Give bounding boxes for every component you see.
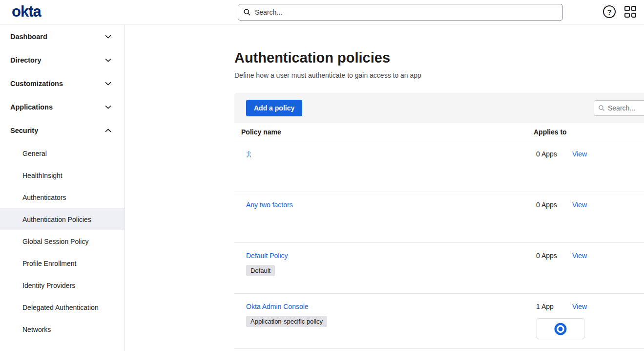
policies-search[interactable]	[594, 100, 644, 116]
sidebar-item-general[interactable]: General	[0, 142, 125, 164]
sidebar-item-customizations[interactable]: Customizations	[0, 72, 125, 95]
global-search[interactable]	[238, 4, 563, 21]
view-link[interactable]: View	[572, 303, 587, 310]
policy-badge: Application-specific policy	[246, 316, 327, 327]
chevron-down-icon	[105, 105, 111, 109]
page-title: Authentication policies	[234, 50, 390, 66]
policy-badge: Default	[246, 265, 275, 276]
sidebar-item-identity-providers[interactable]: Identity Providers	[0, 274, 125, 296]
okta-logo[interactable]: okta	[12, 3, 41, 21]
table-row: Okta Admin Console Application-specific …	[234, 294, 644, 349]
sidebar-item-healthinsight[interactable]: HealthInsight	[0, 164, 125, 186]
policies-search-input[interactable]	[608, 104, 644, 112]
table-row: Default Policy Default 0 Apps View	[234, 243, 644, 294]
topbar: okta ?	[0, 0, 644, 24]
chevron-down-icon	[105, 82, 111, 86]
sidebar-item-profile-enrollment[interactable]: Profile Enrollment	[0, 252, 125, 274]
sidebar-item-applications[interactable]: Applications	[0, 95, 125, 119]
sidebar-item-global-session-policy[interactable]: Global Session Policy	[0, 230, 125, 252]
table-row: ;l; 0 Apps View	[234, 141, 644, 192]
policies-panel: Add a policy Policy name Applies to ;l; …	[234, 93, 644, 349]
help-icon[interactable]: ?	[603, 5, 616, 18]
apps-count: 0 Apps	[536, 150, 557, 158]
sidebar-item-security[interactable]: Security	[0, 119, 125, 142]
sidebar-item-dashboard[interactable]: Dashboard	[0, 25, 125, 48]
topbar-actions: ?	[603, 5, 636, 18]
chevron-down-icon	[105, 58, 111, 62]
policy-link[interactable]: Default Policy	[246, 252, 288, 260]
main-content: Authentication policies Define how a use…	[125, 25, 644, 351]
view-link[interactable]: View	[572, 201, 587, 209]
sidebar-item-authenticators[interactable]: Authenticators	[0, 186, 125, 208]
policy-link[interactable]: Any two factors	[246, 201, 293, 209]
policy-link[interactable]: ;l;	[246, 150, 251, 158]
page-subtitle: Define how a user must authenticate to g…	[234, 71, 421, 79]
column-policy-name: Policy name	[241, 128, 281, 136]
column-applies-to: Applies to	[534, 128, 567, 136]
sidebar-item-networks[interactable]: Networks	[0, 318, 125, 340]
chevron-up-icon	[105, 129, 111, 132]
sidebar-item-authentication-policies[interactable]: Authentication Policies	[0, 208, 125, 230]
policies-toolbar: Add a policy	[234, 93, 644, 123]
view-link[interactable]: View	[572, 150, 587, 158]
view-link[interactable]: View	[572, 252, 587, 260]
app-icon-tile[interactable]	[537, 318, 584, 339]
okta-app-icon	[554, 322, 567, 336]
apps-count: 0 Apps	[536, 201, 557, 209]
apps-grid-icon[interactable]	[624, 6, 636, 18]
apps-count: 1 App	[536, 303, 554, 310]
policy-link[interactable]: Okta Admin Console	[246, 303, 309, 310]
search-icon	[598, 105, 605, 111]
chevron-down-icon	[105, 35, 111, 39]
table-header: Policy name Applies to	[234, 123, 644, 141]
sidebar: Dashboard Directory Customizations Appli…	[0, 25, 125, 351]
apps-count: 0 Apps	[536, 252, 557, 260]
search-icon	[243, 8, 251, 16]
sidebar-item-delegated-authentication[interactable]: Delegated Authentication	[0, 296, 125, 318]
global-search-input[interactable]	[255, 8, 558, 16]
table-row: Any two factors 0 Apps View	[234, 192, 644, 243]
add-policy-button[interactable]: Add a policy	[246, 100, 302, 116]
sidebar-item-directory[interactable]: Directory	[0, 48, 125, 72]
